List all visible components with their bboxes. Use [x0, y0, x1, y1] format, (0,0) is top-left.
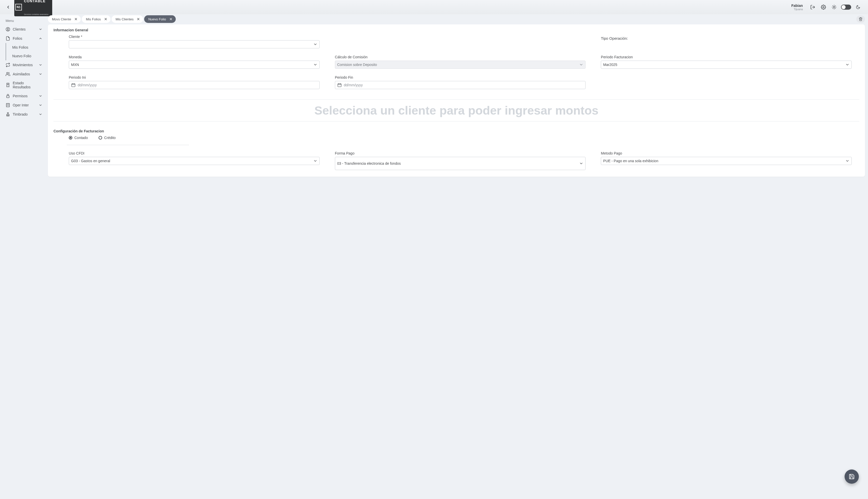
menu-title: Menu	[0, 19, 48, 25]
tabstrip: Movs Cliente Mis Folios Mis Clientes Nue…	[48, 15, 865, 23]
tab-label: Nuevo Folio	[148, 17, 166, 21]
calendar-icon	[71, 83, 76, 87]
exchange-icon	[5, 63, 10, 67]
calculo-comision-label: Cálculo de Comisión	[335, 55, 586, 59]
sidebar-label: Mis Folios	[12, 45, 28, 49]
sidebar-label: Clientes	[13, 27, 26, 31]
sidebar-item-oper-inter[interactable]: Oper Inter	[0, 100, 48, 110]
svg-point-2	[833, 7, 835, 8]
svg-rect-33	[72, 84, 75, 87]
radio-contado[interactable]: Contado	[69, 136, 88, 140]
people-icon	[5, 72, 10, 76]
chevron-down-icon	[39, 27, 42, 31]
brand-badge[interactable]: N1 CONTABLE Servicios contables avanzado…	[14, 0, 52, 16]
tab-close[interactable]	[169, 17, 173, 21]
sidebar-label: Oper Inter	[13, 103, 29, 107]
radio-credito[interactable]: Crédito	[99, 136, 116, 140]
logout-button[interactable]	[809, 4, 816, 10]
radio-label: Contado	[74, 136, 88, 140]
chevron-up-icon	[39, 37, 42, 40]
logout-icon	[810, 4, 815, 10]
sidebar-label: Folios	[13, 36, 22, 40]
sidebar-item-nuevo-folio[interactable]: Nuevo Folio	[5, 52, 48, 60]
chevron-down-icon	[845, 159, 849, 163]
close-icon	[137, 17, 140, 21]
sidebar-label: Asimilados	[13, 72, 30, 76]
metodo-pago-select[interactable]: PUE - Pago en una sola exhibicion	[601, 157, 852, 165]
sidebar-item-estado-resultados[interactable]: Estado Resultados	[0, 79, 48, 92]
close-all-tabs-button[interactable]	[856, 15, 865, 23]
periodo-fact-select[interactable]: Mar2025	[601, 61, 852, 69]
periodo-ini-input[interactable]: dd/mm/yyyy	[69, 81, 320, 89]
save-fab[interactable]	[845, 470, 859, 484]
sidebar-item-clientes[interactable]: Clientes	[0, 25, 48, 34]
settings-button[interactable]	[820, 4, 827, 10]
sidebar-label: Estado Resultados	[13, 81, 42, 89]
sidebar-item-movimientos[interactable]: Movimientos	[0, 60, 48, 70]
sidebar-item-folios[interactable]: Folios	[0, 34, 48, 43]
metodo-pago-label: Metodo Pago	[601, 151, 852, 155]
chevron-down-icon	[579, 161, 583, 166]
uso-cfdi-select[interactable]: G03 - Gastos en general	[69, 157, 320, 165]
receipt-icon	[5, 83, 10, 87]
cliente-select[interactable]	[69, 40, 320, 48]
calendar-icon	[337, 83, 342, 87]
chevron-down-icon	[39, 94, 42, 98]
forma-pago-select[interactable]: 03 - Transferencia electronica de fondos	[335, 157, 586, 170]
tab-movs-cliente[interactable]: Movs Cliente	[48, 15, 81, 23]
svg-point-1	[823, 7, 824, 8]
periodo-fin-input[interactable]: dd/mm/yyyy	[335, 81, 586, 89]
chevron-down-icon	[579, 63, 583, 67]
sidebar-label: Movimientos	[13, 63, 33, 67]
watermark-text: Selecciona un cliente para poder ingresa…	[53, 104, 859, 117]
chevron-down-icon	[313, 159, 317, 163]
save-icon	[849, 474, 855, 480]
calculo-comision-select[interactable]: Comision sobre Deposito	[335, 61, 586, 69]
trash-icon	[859, 17, 863, 21]
sidebar-item-timbrado[interactable]: Timbrado	[0, 110, 48, 119]
user-circle-icon	[5, 27, 10, 32]
sidebar-item-asimilados[interactable]: Asimilados	[0, 70, 48, 79]
panel-nuevo-folio: Informacion General Cliente Tipo Operaci…	[48, 24, 865, 177]
periodo-fin-placeholder: dd/mm/yyyy	[344, 83, 363, 87]
tab-nuevo-folio[interactable]: Nuevo Folio	[144, 15, 176, 23]
close-icon	[74, 17, 77, 21]
tab-label: Mis Clientes	[116, 17, 134, 21]
back-button[interactable]	[4, 3, 12, 11]
theme-toggle[interactable]	[841, 4, 851, 10]
sidebar-label: Permisos	[13, 94, 27, 98]
chevron-left-icon	[6, 5, 10, 9]
section-title-general: Informacion General	[53, 28, 859, 32]
section-title-config: Configuración de Facturacion	[53, 129, 859, 133]
tab-label: Mis Folios	[86, 17, 101, 21]
tab-close[interactable]	[136, 17, 141, 21]
tab-close[interactable]	[74, 17, 78, 21]
chevron-down-icon	[39, 72, 42, 76]
periodo-ini-placeholder: dd/mm/yyyy	[78, 83, 97, 87]
tab-close[interactable]	[104, 17, 108, 21]
moneda-value: MXN	[71, 63, 313, 67]
sidebar-item-mis-folios[interactable]: Mis Folios	[5, 43, 48, 52]
periodo-ini-label: Periodo Ini	[69, 75, 320, 80]
sidebar-item-permisos[interactable]: Permisos	[0, 92, 48, 100]
tab-mis-folios[interactable]: Mis Folios	[82, 15, 110, 23]
close-icon	[104, 17, 107, 21]
radio-indicator	[69, 136, 72, 139]
moneda-select[interactable]: MXN	[69, 61, 320, 69]
theme-sun-button[interactable]	[831, 4, 837, 10]
radio-label: Crédito	[104, 136, 116, 140]
brand-text: CONTABLE Servicios contables avanzados	[24, 0, 49, 15]
svg-point-12	[8, 28, 9, 29]
theme-moon-button[interactable]	[855, 4, 861, 10]
tab-mis-clientes[interactable]: Mis Clientes	[111, 15, 143, 23]
chevron-down-icon	[313, 42, 317, 46]
radio-indicator	[99, 136, 102, 139]
topbar: N1 CONTABLE Servicios contables avanzado…	[0, 0, 868, 14]
svg-rect-16	[7, 96, 9, 98]
svg-point-13	[7, 72, 8, 74]
chevron-down-icon	[313, 63, 317, 67]
stamp-icon	[5, 112, 10, 117]
chevron-down-icon	[39, 63, 42, 67]
uso-cfdi-label: Uso CFDI	[69, 151, 320, 155]
periodo-fact-value: Mar2025	[603, 63, 845, 67]
